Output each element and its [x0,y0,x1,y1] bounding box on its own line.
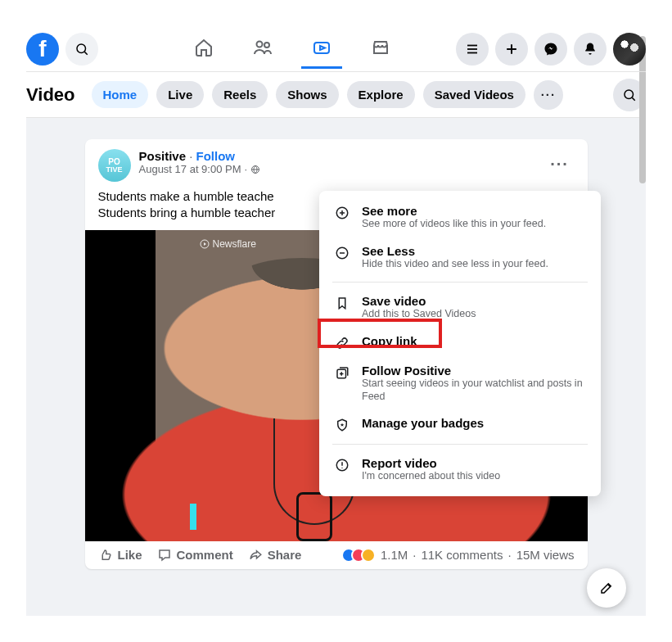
play-watermark-icon [200,239,210,249]
plus-icon [503,41,520,57]
comment-button[interactable]: Comment [157,548,233,563]
svg-line-12 [632,97,634,100]
messenger-button[interactable] [534,33,567,66]
svg-point-11 [625,90,634,99]
watch-icon [312,38,331,57]
view-count[interactable]: 15M views [516,548,575,562]
messenger-icon [543,41,559,57]
menu-grid-button[interactable] [456,33,489,66]
menu-save-video[interactable]: Save video Add this to Saved Videos [319,287,601,328]
subtab-reels[interactable]: Reels [212,81,268,108]
share-button[interactable]: Share [248,548,302,563]
edit-icon [599,581,614,595]
subtab-explore[interactable]: Explore [347,81,415,108]
menu-divider [332,444,588,445]
exclamation-circle-icon [335,458,350,472]
compose-fab[interactable] [587,568,626,608]
reaction-care-icon [361,548,376,563]
follow-link[interactable]: Follow [196,149,236,163]
video-subnav: Video Home Live Reels Shows Explore Save… [26,72,646,118]
page-avatar[interactable]: POTIVE [98,149,131,182]
link-icon [335,336,350,350]
create-button[interactable] [495,33,528,66]
global-search-button[interactable] [65,33,98,66]
video-watermark: Newsflare [213,238,256,250]
reaction-stack[interactable] [341,548,376,563]
reaction-count[interactable]: 1.1M [381,548,408,562]
nav-friends[interactable] [242,29,283,69]
menu-manage-badges[interactable]: Manage your badges [319,409,601,439]
subtab-more[interactable]: ··· [534,80,563,110]
post-action-bar: Like Comment Share 1.1M [98,541,575,563]
shield-star-icon [335,418,350,432]
menu-see-less[interactable]: See Less Hide this video and see less in… [319,237,601,278]
menu-divider [332,282,588,283]
bell-icon [582,41,598,57]
globe-icon [250,165,260,174]
menu-see-more[interactable]: See more See more of videos like this in… [319,197,601,237]
svg-point-0 [77,44,86,53]
top-navbar: f [26,26,646,72]
comment-count[interactable]: 11K comments [421,548,503,562]
menu-follow-page[interactable]: Follow Positive Start seeing videos in y… [319,357,601,409]
ellipsis-icon: ··· [541,88,557,102]
svg-marker-5 [320,46,325,50]
ellipsis-icon: ··· [550,155,569,174]
subtab-saved-videos[interactable]: Saved Videos [423,81,525,108]
menu-lines-icon [465,42,480,57]
post-options-menu: See more See more of videos like this in… [319,191,601,496]
minus-circle-icon [335,246,350,260]
thumb-up-icon [98,548,113,563]
menu-report-video[interactable]: Report video I'm concerned about this vi… [319,450,601,490]
nav-video[interactable] [301,29,342,69]
svg-marker-15 [204,242,206,246]
add-collection-icon [335,365,350,380]
comment-icon [157,548,172,563]
svg-point-26 [341,468,342,468]
search-icon [74,42,89,57]
post-timestamp[interactable]: August 17 at 9:00 PM [139,163,241,175]
video-caption-indicator [190,504,196,530]
svg-line-1 [84,52,87,54]
subtab-home[interactable]: Home [92,81,149,108]
notifications-button[interactable] [574,33,607,66]
house-icon [194,38,214,57]
people-icon [253,38,273,57]
center-nav [183,29,401,69]
page-name[interactable]: Positive [139,149,187,163]
plus-circle-icon [335,206,350,220]
storefront-icon [371,38,390,57]
share-icon [248,548,263,563]
account-avatar[interactable] [613,33,646,66]
svg-point-3 [264,43,269,47]
svg-point-2 [257,42,263,47]
page-title: Video [26,84,75,106]
facebook-logo-letter: f [38,36,46,62]
search-icon [622,88,637,102]
nav-home[interactable] [183,29,224,69]
post-more-button[interactable]: ··· [545,149,575,179]
nav-marketplace[interactable] [360,29,401,69]
facebook-logo[interactable]: f [26,33,59,66]
bookmark-icon [335,296,350,310]
menu-copy-link[interactable]: Copy link [319,328,601,357]
like-button[interactable]: Like [98,548,142,563]
subtab-shows[interactable]: Shows [276,81,338,108]
subtab-live[interactable]: Live [156,81,204,108]
